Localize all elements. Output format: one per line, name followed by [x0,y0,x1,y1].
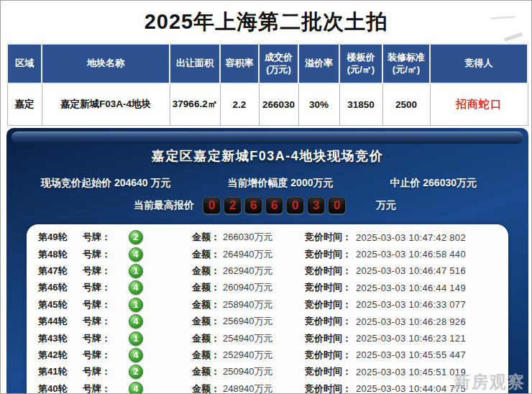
round-label: 第44轮 [38,315,83,328]
paddle-label: 号牌： [83,265,119,278]
start-price-text: 现场竞价起始价 204640 万元 [41,177,171,190]
bid-time-value: 2025-03-03 10:46:23 121 [356,333,466,344]
amount-label: 金额： [192,349,220,362]
digit-box: 3 [307,197,325,214]
cell-deal-price: 266030 [259,83,298,125]
amount-value: 260940万元 [223,281,295,294]
amount-label: 金额： [192,248,220,261]
round-label: 第42轮 [38,349,83,362]
round-label: 第45轮 [38,298,83,311]
paddle-label: 号牌： [83,332,119,345]
bid-time-label: 竞价时间： [305,315,352,328]
header-plot-name: 地块名称 [42,44,170,83]
bid-time-value: 2025-03-03 10:46:44 149 [356,283,466,293]
bid-time-value: 2025-03-03 10:47:42 802 [356,232,466,243]
round-label: 第41轮 [38,365,83,378]
bid-time-label: 竞价时间： [305,382,352,394]
amount-label: 金额： [192,365,220,378]
paddle-number-badge: 4 [129,314,143,329]
paddle-label: 号牌： [83,315,119,328]
bid-time-value: 2025-03-03 10:46:33 077 [356,299,466,310]
cell-area: 37966.2㎡ [170,83,220,125]
header-deal-price: 成交价 (万元) [259,44,298,83]
amount-value: 250940万元 [223,365,295,378]
bid-round-row: 第49轮 号牌： 2 金额： 266030万元 竞价时间： 2025-03-03… [27,229,508,246]
amount-value: 252940万元 [223,349,295,362]
bid-round-row: 第44轮 号牌： 4 金额： 256940万元 竞价时间： 2025-03-03… [27,313,508,329]
cell-far: 2.2 [220,83,259,125]
bid-time-label: 竞价时间： [305,248,352,261]
land-summary-table: 区域 地块名称 出让面积 容积率 成交价 (万元) 溢价率 楼板价 (元/㎡) … [6,43,528,126]
highest-bid-label: 当前最高报价 [134,199,194,212]
amount-label: 金额： [192,231,220,244]
paddle-number-badge: 4 [129,247,143,262]
bid-time-label: 竞价时间： [305,332,352,345]
increment-text: 当前增价幅度 2000万元 [227,177,333,190]
bidding-panel-title: 嘉定区嘉定新城F03A-4地块现场竞价 [6,147,528,165]
bid-round-row: 第41轮 号牌： 2 金额： 250940万元 竞价时间： 2025-03-03… [27,364,508,380]
paddle-number-badge: 2 [129,230,143,244]
header-region: 区域 [7,44,42,83]
bid-time-label: 竞价时间： [305,281,352,294]
amount-label: 金额： [192,298,220,311]
paddle-label: 号牌： [83,248,119,261]
bid-time-value: 2025-03-03 10:45:51 019 [356,367,466,377]
paddle-number-badge: 1 [129,331,143,346]
paddle-label: 号牌： [83,365,119,378]
table-row: 嘉定 嘉定新城F03A-4地块 37966.2㎡ 2.2 266030 30% … [7,83,528,125]
amount-label: 金额： [192,332,220,345]
digit-box: 0 [203,197,221,214]
live-bidding-panel: 嘉定区嘉定新城F03A-4地块现场竞价 现场竞价起始价 204640 万元 当前… [6,128,528,394]
round-label: 第40轮 [38,382,83,394]
paddle-number-badge: 4 [129,280,143,295]
amount-value: 266030万元 [223,231,295,244]
bid-time-value: 2025-03-03 10:46:58 440 [356,249,466,260]
bid-round-row: 第45轮 号牌： 1 金额： 258940万元 竞价时间： 2025-03-03… [27,296,508,313]
bid-time-label: 竞价时间： [305,231,352,244]
round-label: 第47轮 [38,265,83,278]
amount-label: 金额： [192,265,220,278]
round-label: 第49轮 [38,231,83,244]
paddle-label: 号牌： [83,231,119,244]
page-title: 2025年上海第二批次土拍 [145,8,388,37]
header-far: 容积率 [220,44,259,83]
cell-plot-name: 嘉定新城F03A-4地块 [42,83,170,125]
table-header-row: 区域 地块名称 出让面积 容积率 成交价 (万元) 溢价率 楼板价 (元/㎡) … [7,44,528,83]
bid-round-row: 第48轮 号牌： 4 金额： 264940万元 竞价时间： 2025-03-03… [27,246,508,262]
stop-price-text: 中止价 266030万元 [390,177,477,190]
cell-decoration-std: 2500 [382,83,430,125]
round-label: 第46轮 [38,281,83,294]
bid-time-value: 2025-03-03 10:44:04 775 [356,383,466,394]
paddle-label: 号牌： [83,382,119,394]
bid-time-value: 2025-03-03 10:46:47 516 [356,265,466,276]
bid-time-value: 2025-03-03 10:46:28 926 [356,316,466,327]
amount-value: 264940万元 [223,248,295,261]
paddle-label: 号牌： [83,281,119,294]
unit-label: 万元 [376,199,396,212]
digit-box: 6 [265,197,283,214]
bid-round-row: 第42轮 号牌： 4 金额： 252940万元 竞价时间： 2025-03-03… [27,347,508,363]
bid-time-label: 竞价时间： [305,365,352,378]
header-floor-price: 楼板价 (元/㎡) [339,44,382,83]
bid-round-row: 第46轮 号牌： 4 金额： 260940万元 竞价时间： 2025-03-03… [27,280,508,296]
bid-time-label: 竞价时间： [305,298,352,311]
amount-label: 金额： [192,281,220,294]
price-info-row: 现场竞价起始价 204640 万元 当前增价幅度 2000万元 中止价 2660… [6,177,528,190]
round-label: 第48轮 [38,248,83,261]
bid-list[interactable]: 第49轮 号牌： 2 金额： 266030万元 竞价时间： 2025-03-03… [27,224,508,394]
highest-bid-row: 当前最高报价 0 2 6 6 0 3 0 万元 [6,197,528,214]
bid-round-row: 第47轮 号牌： 1 金额： 262940万元 竞价时间： 2025-03-03… [27,262,508,279]
header-decoration-std: 装修标准 (元/㎡) [382,44,430,83]
amount-value: 256940万元 [223,315,295,328]
cell-premium-rate: 30% [298,83,339,125]
panel-gloss-bar [12,132,523,144]
header-premium-rate: 溢价率 [298,44,339,83]
round-label: 第43轮 [38,332,83,345]
bid-round-row: 第43轮 号牌： 1 金额： 254940万元 竞价时间： 2025-03-03… [27,330,508,347]
amount-value: 258940万元 [223,298,295,311]
amount-value: 262940万元 [223,265,295,278]
paddle-number-badge: 4 [129,348,143,362]
bid-time-label: 竞价时间： [305,349,352,362]
bid-time-label: 竞价时间： [305,265,352,278]
paddle-number-badge: 1 [129,298,143,312]
